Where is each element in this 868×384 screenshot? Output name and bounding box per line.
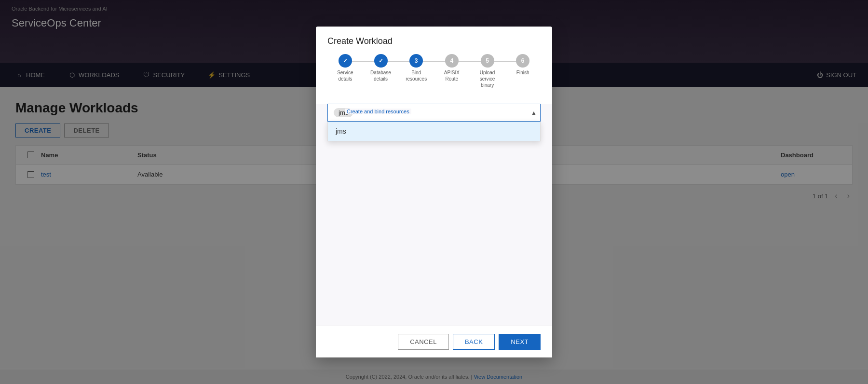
step-6-circle: 6: [516, 54, 529, 68]
step-6: 6 Finish: [505, 54, 541, 76]
step-4: 4 APISIXRoute: [434, 54, 470, 82]
next-button[interactable]: NEXT: [499, 334, 541, 350]
step-4-label: APISIXRoute: [444, 69, 460, 82]
stepper: ✓ Servicedetails ✓ Databasedetails 3: [327, 54, 541, 94]
step-1-checkmark: ✓: [343, 57, 348, 64]
dropdown-container: Create and bind resources jms ▲ jms: [327, 104, 541, 122]
step-6-num: 6: [521, 57, 525, 64]
cancel-button[interactable]: CANCEL: [398, 334, 449, 350]
step-5: 5 Uploadservicebinary: [470, 54, 505, 88]
field-label: Create and bind resources: [345, 109, 411, 114]
step-4-circle: 4: [445, 54, 459, 68]
modal-footer: CANCEL BACK NEXT: [316, 326, 552, 357]
step-5-label: Uploadservicebinary: [480, 69, 495, 88]
dropdown-list: jms: [327, 122, 541, 141]
step-2-checkmark: ✓: [379, 57, 383, 64]
step-3-num: 3: [415, 57, 418, 64]
modal-header: Create Workload ✓ Servicedetails ✓ Datab…: [316, 27, 552, 94]
step-5-circle: 5: [481, 54, 494, 68]
step-3: 3 Bindresources: [398, 54, 434, 82]
modal-title: Create Workload: [327, 36, 541, 46]
step-5-num: 5: [486, 57, 489, 64]
modal-body: Create and bind resources jms ▲ jms: [316, 104, 552, 326]
back-button[interactable]: BACK: [453, 334, 495, 350]
step-1: ✓ Servicedetails: [327, 54, 363, 82]
step-6-label: Finish: [516, 69, 529, 76]
step-1-circle: ✓: [339, 54, 352, 68]
step-2-label: Databasedetails: [370, 69, 391, 82]
dropdown-arrow-icon: ▲: [531, 110, 537, 116]
step-1-label: Servicedetails: [337, 69, 353, 82]
step-4-num: 4: [450, 57, 454, 64]
modal-overlay: Create Workload ✓ Servicedetails ✓ Datab…: [0, 0, 868, 384]
step-2: ✓ Databasedetails: [363, 54, 399, 82]
step-2-circle: ✓: [374, 54, 388, 68]
step-3-label: Bindresources: [406, 69, 427, 82]
dropdown-option-jms[interactable]: jms: [328, 122, 540, 141]
step-3-circle: 3: [409, 54, 423, 68]
create-workload-modal: Create Workload ✓ Servicedetails ✓ Datab…: [316, 27, 552, 357]
